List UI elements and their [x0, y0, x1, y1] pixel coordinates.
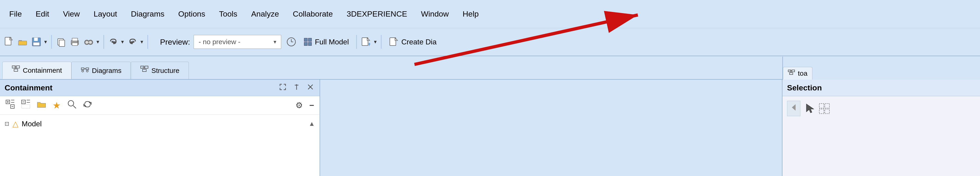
menu-tools[interactable]: Tools [212, 8, 244, 20]
tab-structure-label: Structure [151, 67, 180, 75]
tab-right-structure[interactable]: toa [783, 67, 812, 79]
svg-rect-38 [143, 69, 146, 71]
svg-rect-56 [22, 105, 30, 108]
preview-value: - no preview - [199, 38, 274, 46]
svg-rect-67 [825, 103, 829, 108]
tab-containment-label: Containment [23, 67, 62, 74]
svg-line-58 [73, 106, 76, 108]
svg-point-14 [86, 41, 88, 44]
toolbar-sep-5 [381, 35, 382, 49]
settings-toolbar-icon[interactable]: ⚙ [294, 100, 305, 111]
toolbar-sep-2 [103, 35, 104, 49]
close-panel-icon[interactable] [306, 82, 315, 94]
svg-rect-8 [72, 38, 78, 41]
selection-back-button[interactable] [787, 101, 800, 116]
svg-rect-4 [33, 42, 40, 46]
menu-edit[interactable]: Edit [29, 8, 56, 20]
print-icon[interactable] [68, 35, 81, 48]
containment-panel: Containment [0, 79, 320, 176]
folder-toolbar-icon[interactable] [35, 99, 48, 112]
selection-panel-body [783, 96, 980, 121]
tab-containment[interactable]: Containment [2, 62, 72, 79]
svg-rect-27 [16, 66, 19, 68]
main-toolbar: ▼ ▼ ▼ ▼ [0, 28, 980, 56]
pin-icon[interactable] [292, 82, 301, 94]
binoculars-icon[interactable] [82, 35, 95, 48]
tab-structure[interactable]: Structure [131, 62, 189, 79]
selection-grid-icon[interactable] [818, 103, 830, 114]
collapse-all-icon[interactable] [19, 99, 32, 112]
undo-button-group[interactable]: ▼ [107, 35, 125, 48]
minus-toolbar-icon[interactable]: − [307, 100, 316, 111]
model-label: Model [22, 120, 42, 128]
toolbar-sep-4 [356, 35, 357, 49]
panel-toolbar-left: ★ [4, 99, 94, 112]
cursor-icon[interactable] [804, 103, 816, 114]
right-tab-label: toa [798, 70, 808, 77]
model-folder-icon: △ [13, 119, 18, 128]
diagrams-tab-icon [81, 65, 89, 76]
menu-3dexperience[interactable]: 3DEXPERIENCE [340, 8, 414, 20]
star-toolbar-icon[interactable]: ★ [51, 99, 63, 112]
panel-header-icons [278, 82, 315, 94]
undo-dropdown-arrow[interactable]: ▼ [120, 35, 125, 48]
menu-options[interactable]: Options [171, 8, 212, 20]
redo-icon[interactable] [126, 35, 139, 48]
expand-all-icon[interactable] [4, 99, 17, 112]
panel-content: ⊡ △ Model ▲ [0, 114, 320, 133]
export-icon[interactable] [360, 35, 372, 48]
preview-dropdown-arrow-icon: ▾ [274, 39, 276, 45]
menu-view[interactable]: View [56, 8, 87, 20]
save-button-group[interactable]: ▼ [30, 35, 48, 48]
save-icon[interactable] [30, 35, 43, 48]
export-dropdown-arrow[interactable]: ▼ [372, 35, 378, 48]
svg-marker-65 [807, 104, 814, 113]
history-clock-icon[interactable] [285, 35, 298, 48]
search-button-group[interactable]: ▼ [82, 35, 100, 48]
menu-help[interactable]: Help [456, 8, 485, 20]
selection-panel-header: Selection [783, 79, 980, 96]
svg-point-15 [89, 41, 92, 44]
export-button-group[interactable]: ▼ [360, 35, 378, 48]
svg-rect-37 [145, 66, 148, 68]
open-file-icon[interactable] [16, 35, 29, 48]
svg-rect-61 [789, 73, 793, 75]
menu-analyze[interactable]: Analyze [244, 8, 286, 20]
menu-window[interactable]: Window [414, 8, 456, 20]
toolbar-sep-1 [51, 35, 52, 49]
preview-dropdown[interactable]: - no preview - ▾ [194, 35, 281, 49]
binoculars-dropdown-arrow[interactable]: ▼ [95, 35, 100, 48]
undo-icon[interactable] [107, 35, 120, 48]
svg-point-10 [77, 41, 78, 42]
structure-tab-icon [140, 65, 148, 76]
menu-layout[interactable]: Layout [87, 8, 124, 20]
svg-point-35 [86, 70, 88, 72]
panel-toolbar-right: ⚙ − [294, 100, 316, 111]
toolbar-sep-3 [147, 35, 148, 49]
model-row[interactable]: ⊡ △ Model ▲ [5, 117, 315, 131]
svg-rect-22 [308, 42, 312, 46]
redo-button-group[interactable]: ▼ [126, 35, 145, 48]
tab-diagrams[interactable]: Diagrams [72, 62, 131, 79]
menu-diagrams[interactable]: Diagrams [124, 8, 171, 20]
save-dropdown-arrow[interactable]: ▼ [43, 35, 48, 48]
svg-rect-1 [18, 41, 27, 45]
sync-toolbar-icon[interactable] [81, 99, 94, 112]
svg-rect-20 [308, 38, 312, 41]
right-panel-tab-area: toa [783, 57, 980, 79]
svg-rect-60 [792, 70, 795, 72]
create-diagram-label: Create Dia [401, 38, 437, 46]
full-model-label: Full Model [315, 38, 349, 46]
copy-icon[interactable] [54, 35, 67, 48]
containment-panel-title: Containment [5, 83, 52, 92]
menu-file[interactable]: File [2, 8, 29, 20]
new-file-icon[interactable] [2, 35, 15, 48]
search-toolbar-icon[interactable] [65, 99, 78, 112]
maximize-icon[interactable] [278, 82, 287, 94]
redo-dropdown-arrow[interactable]: ▼ [139, 35, 145, 48]
containment-panel-toolbar: ★ ⚙ − [0, 96, 320, 114]
full-model-button[interactable]: Full Model [299, 35, 353, 48]
menu-collaborate[interactable]: Collaborate [286, 8, 340, 20]
preview-label: Preview: [160, 38, 190, 46]
create-diagram-button[interactable]: Create Dia [389, 37, 437, 47]
